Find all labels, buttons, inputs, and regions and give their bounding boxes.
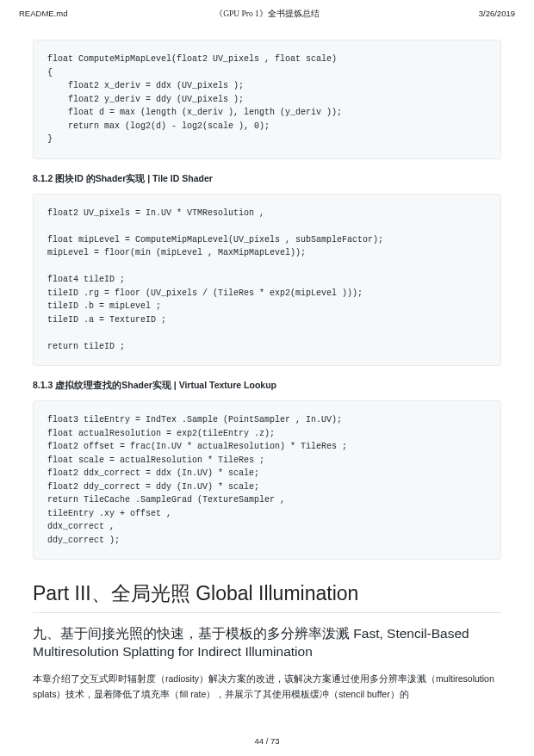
code-block-vtlookup: float3 tileEntry = IndTex .Sample (Point… (33, 400, 501, 560)
chapter-9-body: 本章介绍了交互式即时辐射度（radiosity）解决方案的改进，该解决方案通过使… (33, 672, 501, 703)
code-block-mipmap: float ComputeMipMapLevel(float2 UV_pixel… (33, 40, 501, 159)
page-footer: 44 / 73 (0, 736, 534, 746)
header-title: 《GPU Pro 1》全书提炼总结 (0, 9, 534, 20)
chapter-9-title: 九、基于间接光照的快速，基于模板的多分辨率泼溅 Fast, Stencil-Ba… (33, 625, 501, 661)
code-block-tileid: float2 UV_pixels = In.UV * VTMResolution… (33, 194, 501, 367)
document-content: float ComputeMipMapLevel(float2 UV_pixel… (0, 0, 534, 703)
heading-8-1-2: 8.1.2 图块ID 的Shader实现 | Tile ID Shader (33, 173, 501, 185)
page-header: README.md 《GPU Pro 1》全书提炼总结 3/26/2019 (0, 9, 534, 18)
heading-8-1-3: 8.1.3 虚拟纹理查找的Shader实现 | Virtual Texture … (33, 380, 501, 392)
part-3-title: Part III、全局光照 Global Illumination (33, 580, 501, 613)
